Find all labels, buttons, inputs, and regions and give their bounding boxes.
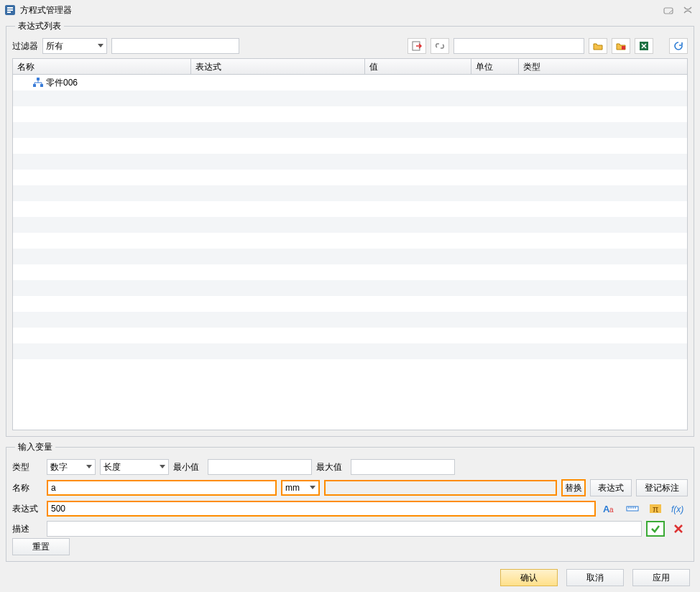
link-button[interactable]	[430, 38, 449, 54]
filter-text-input[interactable]	[111, 38, 239, 54]
table-row	[13, 296, 687, 312]
svg-text:f(x): f(x)	[671, 504, 683, 514]
expression-list-section: 表达式列表 过滤器 所有	[6, 20, 694, 437]
filter-select-value: 所有	[46, 40, 63, 52]
min-label: 最小值	[173, 461, 203, 473]
table-row	[13, 328, 687, 343]
svg-text:π: π	[653, 504, 658, 514]
col-value-header[interactable]: 值	[365, 59, 471, 74]
table-header: 名称 表达式 值 单位 类型	[13, 59, 687, 75]
table-row	[13, 312, 687, 328]
fx-button[interactable]: f(x)	[669, 501, 688, 517]
apply-button[interactable]: 应用	[632, 569, 690, 586]
table-body[interactable]: 零件006	[13, 75, 687, 430]
dialog-buttons: 确认 取消 应用	[6, 566, 694, 586]
list-toolbar: 过滤器 所有	[12, 38, 688, 54]
table-row	[13, 122, 687, 138]
type-label: 类型	[12, 461, 42, 473]
folder-open-button[interactable]	[589, 38, 607, 54]
table-row	[13, 233, 687, 249]
app-icon	[4, 4, 16, 16]
filter-label: 过滤器	[12, 40, 38, 52]
expression-toggle-button[interactable]: 表达式	[590, 479, 632, 496]
svg-rect-3	[622, 46, 625, 50]
col-unit-header[interactable]: 单位	[471, 59, 519, 74]
caret-down-icon	[310, 486, 316, 490]
content-area: 表达式列表 过滤器 所有	[0, 20, 700, 592]
input-variable-legend: 输入变量	[15, 441, 55, 453]
expression-list-legend: 表达式列表	[15, 20, 64, 32]
table-row	[13, 264, 687, 280]
close-icon[interactable]	[681, 5, 694, 15]
expr-input[interactable]	[47, 501, 596, 517]
filter-select[interactable]: 所有	[42, 38, 107, 54]
name-label: 名称	[12, 482, 42, 494]
titlebar: 方程式管理器	[0, 0, 700, 20]
table-row	[13, 343, 687, 359]
window-buttons	[663, 5, 694, 15]
register-annotation-button[interactable]: 登记标注	[636, 479, 688, 496]
svg-rect-7	[40, 84, 43, 87]
max-label: 最大值	[316, 461, 346, 473]
input-variable-section: 输入变量 类型 数字 长度 最小值 最大值 名称	[6, 441, 694, 562]
help-icon[interactable]	[663, 5, 676, 15]
expr-label: 表达式	[12, 503, 42, 515]
table-row	[13, 280, 687, 296]
caret-down-icon	[86, 465, 92, 469]
confirm-expr-button[interactable]	[646, 521, 665, 537]
desc-row: 描述	[12, 521, 688, 537]
table-row	[13, 249, 687, 264]
cancel-expr-button[interactable]	[669, 521, 688, 537]
reset-button[interactable]: 重置	[12, 538, 70, 555]
name-row-spacer	[324, 480, 557, 496]
type-row: 类型 数字 长度 最小值 最大值	[12, 459, 688, 475]
refresh-button[interactable]	[669, 38, 688, 54]
table-row	[13, 359, 687, 375]
desc-input[interactable]	[47, 521, 642, 537]
tree-icon	[33, 78, 43, 88]
col-type-header[interactable]: 类型	[519, 59, 687, 74]
svg-rect-10	[627, 507, 638, 511]
min-input[interactable]	[208, 459, 312, 475]
window-title: 方程式管理器	[20, 4, 663, 17]
col-name-header[interactable]: 名称	[13, 59, 191, 74]
desc-label: 描述	[12, 523, 42, 535]
cancel-button[interactable]: 取消	[566, 569, 624, 586]
unit-select[interactable]: mm	[281, 480, 320, 496]
name-row: 名称 mm 替换 表达式 登记标注	[12, 479, 688, 496]
table-row[interactable]: 零件006	[13, 75, 687, 91]
svg-text:a: a	[609, 506, 614, 514]
expr-row: 表达式 Aa π f(x)	[12, 501, 688, 517]
type-select[interactable]: 数字	[47, 459, 96, 475]
link-text-input[interactable]	[453, 38, 584, 54]
max-input[interactable]	[351, 459, 455, 475]
subtype-select[interactable]: 长度	[100, 459, 169, 475]
table-row	[13, 106, 687, 122]
excel-button[interactable]	[635, 38, 653, 54]
expression-table: 名称 表达式 值 单位 类型 零件006	[12, 58, 688, 430]
table-row	[13, 217, 687, 233]
col-expr-header[interactable]: 表达式	[191, 59, 365, 74]
caret-down-icon	[98, 44, 103, 48]
sheet-arrow-button[interactable]	[407, 38, 426, 54]
font-button[interactable]: Aa	[600, 501, 619, 517]
caret-down-icon	[160, 465, 165, 469]
svg-rect-6	[33, 84, 36, 87]
folder-open-red-button[interactable]	[612, 38, 630, 54]
table-row	[13, 138, 687, 154]
reset-row: 重置	[12, 538, 688, 555]
table-row	[13, 91, 687, 106]
table-row	[13, 185, 687, 201]
svg-rect-5	[37, 78, 40, 80]
equation-manager-window: 方程式管理器 表达式列表 过滤器 所有	[0, 0, 700, 592]
table-row	[13, 170, 687, 185]
row-name: 零件006	[46, 77, 78, 89]
replace-button[interactable]: 替换	[561, 479, 586, 496]
name-input[interactable]	[47, 480, 277, 496]
pi-button[interactable]: π	[646, 501, 665, 517]
table-row	[13, 154, 687, 170]
ruler-button[interactable]	[623, 501, 642, 517]
table-row	[13, 201, 687, 217]
ok-button[interactable]: 确认	[500, 569, 558, 586]
